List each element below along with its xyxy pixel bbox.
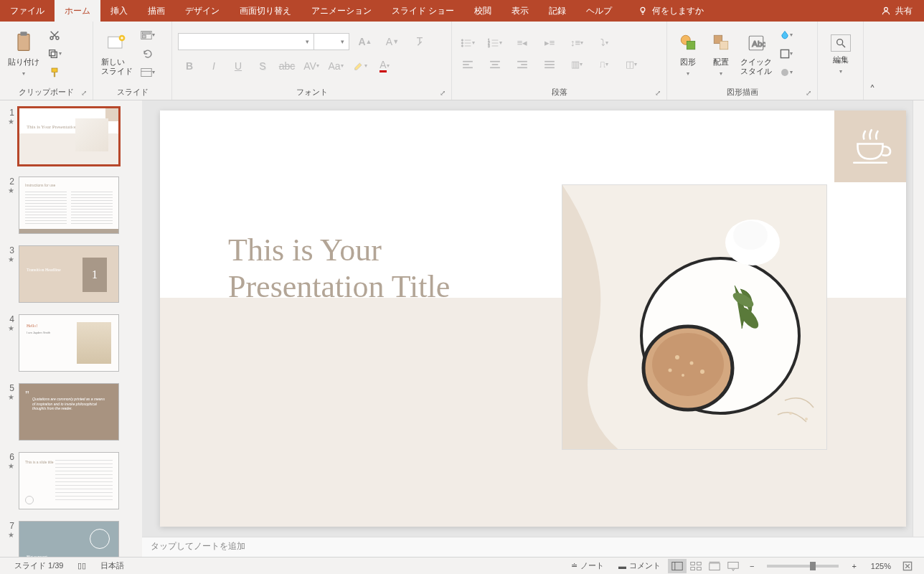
arrange-button[interactable]: 配置 ▾: [706, 27, 736, 81]
group-label-slides: スライド: [93, 85, 171, 100]
presentation-title[interactable]: This is Your Presentation Title: [228, 232, 450, 305]
slide-thumbnail-7[interactable]: Big concept: [19, 521, 119, 557]
align-center-button[interactable]: [485, 56, 505, 73]
font-name-select[interactable]: ▾: [178, 33, 314, 50]
char-spacing-button[interactable]: AV▾: [300, 57, 323, 75]
zoom-out-button[interactable]: −: [742, 562, 761, 570]
zoom-level[interactable]: 125%: [864, 562, 898, 570]
slide-thumbnail-2[interactable]: Instructions for use: [19, 177, 119, 234]
collapse-ribbon-button[interactable]: ˄: [864, 22, 881, 100]
slide-thumbnail-6[interactable]: This is a slide title: [19, 452, 119, 509]
tab-design[interactable]: デザイン: [175, 0, 230, 22]
zoom-slider[interactable]: [767, 565, 839, 568]
svg-point-47: [781, 69, 788, 76]
paragraph-launcher[interactable]: ⤢: [655, 89, 664, 98]
share-button[interactable]: 共有: [869, 0, 924, 22]
tab-insert[interactable]: 挿入: [100, 0, 138, 22]
slide-thumbnail-4[interactable]: Hello! I am Jayden Smith: [19, 314, 119, 372]
slide-counter[interactable]: スライド 1/39: [7, 560, 70, 571]
tab-help[interactable]: ヘルプ: [576, 0, 622, 22]
bold-button[interactable]: B: [178, 57, 201, 75]
increase-font-button[interactable]: A▲: [354, 33, 377, 50]
font-size-select[interactable]: ▾: [314, 33, 349, 50]
svg-text:3: 3: [488, 44, 490, 47]
slide-thumbnail-3[interactable]: Transition Headline 1: [19, 245, 119, 303]
quick-styles-label: クイック スタイル: [740, 57, 772, 75]
copy-button[interactable]: ▾: [44, 45, 65, 62]
italic-button[interactable]: I: [202, 57, 225, 75]
editing-menu-button[interactable]: 編集 ▾: [824, 27, 857, 82]
slide-sorter-view-button[interactable]: [687, 559, 705, 573]
font-color-button[interactable]: A▾: [373, 57, 396, 75]
svg-point-20: [461, 44, 463, 46]
font-launcher[interactable]: ⤢: [440, 89, 448, 98]
coffee-cup-icon: [845, 121, 895, 171]
shapes-button[interactable]: 図形 ▾: [673, 27, 703, 81]
columns-button[interactable]: ▥▾: [567, 56, 587, 73]
align-right-button[interactable]: [512, 56, 532, 73]
slide-thumbnails-panel[interactable]: 1★ This is Your Presentation Title 2★ In…: [0, 100, 142, 557]
change-case-button[interactable]: Aa▾: [324, 57, 347, 75]
tab-view[interactable]: 表示: [501, 0, 539, 22]
text-direction-button[interactable]: ⤵▾: [594, 34, 614, 52]
comments-toggle[interactable]: ▬コメント: [611, 560, 668, 571]
tab-slideshow[interactable]: スライド ショー: [382, 0, 464, 22]
decrease-indent-button[interactable]: ≡◂: [512, 34, 532, 52]
slide-thumbnail-5[interactable]: Quotations are commonly printed as a mea…: [19, 383, 119, 441]
format-painter-button[interactable]: [44, 64, 65, 81]
new-slide-button[interactable]: 新しい スライド: [99, 27, 135, 81]
drawing-launcher[interactable]: ⤢: [806, 89, 814, 98]
tab-home[interactable]: ホーム: [55, 0, 100, 22]
svg-rect-41: [687, 41, 694, 49]
justify-button[interactable]: [539, 56, 560, 73]
notes-toggle[interactable]: ≐ノート: [564, 560, 611, 571]
reset-button[interactable]: [138, 45, 158, 62]
tab-transitions[interactable]: 画面切り替え: [230, 0, 301, 22]
notes-pane[interactable]: タップしてノートを追加: [142, 537, 924, 557]
align-text-button[interactable]: ⎍▾: [594, 56, 614, 73]
decrease-font-button[interactable]: A▼: [381, 33, 404, 50]
shadow-button[interactable]: S: [251, 57, 274, 75]
svg-point-65: [805, 418, 808, 420]
new-slide-icon: [105, 32, 128, 55]
group-label-clipboard: クリップボード: [0, 85, 93, 100]
svg-text:Abc: Abc: [752, 39, 765, 48]
quick-styles-button[interactable]: Abc クイック スタイル: [739, 27, 773, 81]
tab-record[interactable]: 記録: [539, 0, 576, 22]
tab-file[interactable]: ファイル: [0, 0, 55, 22]
clear-formatting-button[interactable]: [408, 33, 431, 50]
shape-fill-button[interactable]: ▾: [776, 27, 796, 44]
slide-canvas[interactable]: This is Your Presentation Title: [160, 110, 906, 527]
zoom-in-button[interactable]: +: [844, 562, 863, 570]
cut-button[interactable]: [44, 27, 65, 44]
line-spacing-button[interactable]: ↕≡▾: [567, 34, 587, 52]
strikethrough-button[interactable]: abc: [275, 57, 298, 75]
underline-button[interactable]: U: [227, 57, 250, 75]
fit-to-window-button[interactable]: [898, 559, 917, 573]
vertical-scrollbar[interactable]: [913, 100, 924, 537]
tab-draw[interactable]: 描画: [138, 0, 175, 22]
highlight-button[interactable]: ▾: [349, 57, 372, 75]
smartart-button[interactable]: ◫▾: [621, 56, 641, 73]
spell-check-button[interactable]: ▯▯: [70, 561, 93, 570]
svg-rect-72: [710, 563, 720, 570]
bullets-button[interactable]: ▾: [458, 34, 478, 52]
slideshow-view-button[interactable]: [724, 559, 742, 573]
language-indicator[interactable]: 日本語: [93, 560, 131, 571]
layout-button[interactable]: ▾: [138, 27, 158, 44]
shape-effects-button[interactable]: ▾: [776, 64, 796, 81]
slide-thumbnail-1[interactable]: This is Your Presentation Title: [19, 108, 119, 165]
tab-animations[interactable]: アニメーション: [301, 0, 382, 22]
align-left-button[interactable]: [458, 56, 478, 73]
paste-button[interactable]: 貼り付け ▾: [6, 27, 42, 81]
clipboard-launcher[interactable]: ⤢: [81, 89, 90, 98]
section-button[interactable]: ▾: [138, 64, 158, 81]
tell-me-search[interactable]: 何をしますか: [628, 0, 714, 22]
shape-outline-button[interactable]: ▾: [776, 45, 796, 62]
slide-image-placeholder[interactable]: [562, 184, 827, 450]
normal-view-button[interactable]: [668, 559, 687, 573]
increase-indent-button[interactable]: ▸≡: [539, 34, 560, 52]
tab-review[interactable]: 校閲: [464, 0, 501, 22]
reading-view-button[interactable]: [705, 559, 724, 573]
numbering-button[interactable]: 123▾: [485, 34, 505, 52]
